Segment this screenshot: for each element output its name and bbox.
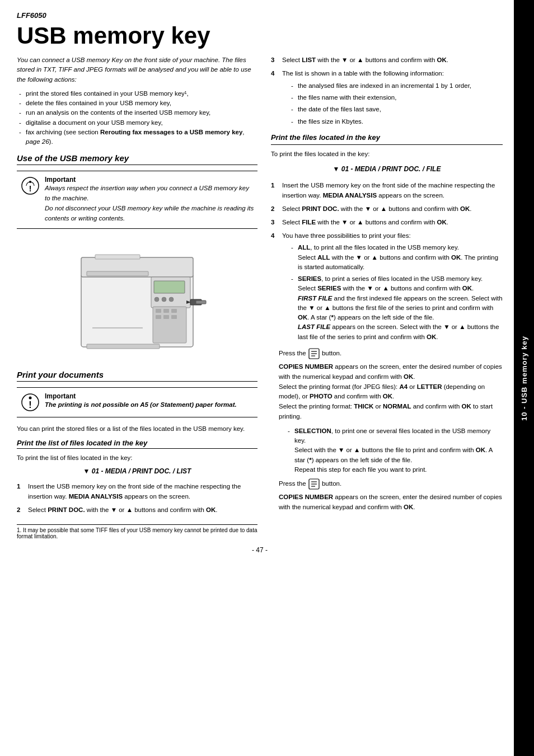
side-tab: 10 - USB memory key xyxy=(514,0,534,756)
print-possibilities: ALL, to print all the files located in t… xyxy=(282,243,503,342)
machine-svg xyxy=(64,241,210,358)
svg-rect-22 xyxy=(163,315,169,319)
important-icon-usb: ! xyxy=(20,176,40,196)
step-1-files: 1 Insert the USB memory key on the front… xyxy=(271,181,503,201)
intro-bullets: print the stored files contained in your… xyxy=(17,89,257,147)
print-docs-intro: You can print the stored files or a list… xyxy=(17,424,257,434)
svg-rect-15 xyxy=(92,327,143,328)
important-label-print: Important xyxy=(45,392,76,400)
intro-text: You can connect a USB memory Key on the … xyxy=(17,55,257,84)
press-btn-icon-1 xyxy=(308,348,320,360)
use-section-heading: Use of the USB memory key xyxy=(17,153,257,165)
list-item-1: the analysed files are indexed in an inc… xyxy=(289,81,503,91)
model-label: LFF6050 xyxy=(17,11,503,20)
important-label-usb: Important xyxy=(45,176,76,184)
svg-point-26 xyxy=(29,396,32,399)
side-tab-label: 10 - USB memory key xyxy=(520,336,528,421)
step-1: 1 Insert the USB memory key on the front… xyxy=(17,482,257,502)
bullet-1: print the stored files contained in your… xyxy=(17,89,257,98)
page-title: USB memory key xyxy=(17,23,503,49)
print-files-intro: To print the files located in the key: xyxy=(271,149,503,159)
step-3-list-num: 3 xyxy=(271,55,279,65)
svg-rect-20 xyxy=(171,309,177,313)
step-3-files: 3 Select FILE with the ▼ or ▲ buttons an… xyxy=(271,218,503,228)
bullet-2: delete the files contained in your USB m… xyxy=(17,98,257,108)
step-3-list: 3 Select LIST with the ▼ or ▲ buttons an… xyxy=(271,55,503,65)
print-list-heading: Print the list of files located in the k… xyxy=(17,439,257,449)
important-icon-print: ! xyxy=(20,392,40,412)
step-4-files-content: You have three possibilities to print yo… xyxy=(282,231,503,344)
important-text-print: The printing is not possible on A5 (or S… xyxy=(45,400,237,410)
svg-rect-19 xyxy=(163,309,169,313)
important-content-usb: Important Always respect the insertion w… xyxy=(45,176,254,223)
svg-text:!: ! xyxy=(29,400,31,410)
svg-point-14 xyxy=(169,297,174,302)
step-1-files-content: Insert the USB memory key on the front s… xyxy=(282,181,503,201)
step-1-content: Insert the USB memory key on the front s… xyxy=(28,482,257,502)
step-1-num: 1 xyxy=(17,482,25,502)
important-text-usb: Always respect the insertion way when yo… xyxy=(45,184,254,223)
print-files-heading: Print the files located in the key xyxy=(271,132,503,145)
step-2-num: 2 xyxy=(17,505,25,515)
print-files-command: ▼ 01 - MEDIA / PRINT DOC. / FILE xyxy=(271,164,503,175)
important-content-print: Important The printing is not possible o… xyxy=(45,392,237,410)
copies-number-1: COPIES NUMBER appears on the screen, ent… xyxy=(279,362,503,422)
step-3-files-content: Select FILE with the ▼ or ▲ buttons and … xyxy=(282,218,503,228)
step-2-files-content: Select PRINT DOC. with the ▼ or ▲ button… xyxy=(282,204,503,214)
important-box-print: ! Important The printing is not possible… xyxy=(17,387,257,417)
possibility-all: ALL, to print all the files located in t… xyxy=(289,243,503,272)
svg-rect-18 xyxy=(156,309,161,313)
step-4-files: 4 You have three possibilities to print … xyxy=(271,231,503,344)
footnote: 1. It may be possible that some TIFF fil… xyxy=(17,524,257,539)
print-list-steps: 1 Insert the USB memory key on the front… xyxy=(17,482,257,515)
print-button-svg-1 xyxy=(308,348,320,360)
step-4-list-num: 4 xyxy=(271,69,279,129)
two-col-layout: You can connect a USB memory Key on the … xyxy=(17,55,503,539)
important-svg-icon: ! xyxy=(21,176,40,195)
step-3-list-content: Select LIST with the ▼ or ▲ buttons and … xyxy=(282,55,503,65)
svg-rect-23 xyxy=(171,315,177,319)
possibility-series: SERIES, to print a series of files locat… xyxy=(289,274,503,342)
right-col-content: 3 Select LIST with the ▼ or ▲ buttons an… xyxy=(271,55,503,512)
print-docs-section: Print your documents ! Important xyxy=(17,370,257,539)
step-4-list: 4 The list is shown in a table with the … xyxy=(271,69,503,129)
list-item-4: the files size in Kbytes. xyxy=(289,117,503,126)
bullet-4: digitalise a document on your USB memory… xyxy=(17,118,257,128)
press-button-1: Press the button. xyxy=(279,348,503,360)
bullet-5: fax archiving (see section Rerouting fax… xyxy=(17,128,257,147)
main-content: LFF6050 USB memory key You can connect a… xyxy=(0,0,514,756)
copies-number-2: COPIES NUMBER appears on the screen, ent… xyxy=(279,492,503,513)
press-button-2: Press the button. xyxy=(279,478,503,490)
right-column: 3 Select LIST with the ▼ or ▲ buttons an… xyxy=(271,55,503,539)
left-column: You can connect a USB memory Key on the … xyxy=(17,55,257,539)
step-2-content: Select PRINT DOC. with the ▼ or ▲ button… xyxy=(28,505,257,515)
svg-rect-10 xyxy=(196,300,206,304)
step-4-files-num: 4 xyxy=(271,231,279,344)
print-list-intro: To print the list of files located in th… xyxy=(17,453,257,463)
possibility-selection-list: SELECTION, to print one or several files… xyxy=(279,426,503,475)
list-items: the analysed files are indexed in an inc… xyxy=(282,81,503,126)
svg-point-13 xyxy=(162,297,166,302)
possibility-selection: SELECTION, to print one or several files… xyxy=(285,426,503,475)
step-2: 2 Select PRINT DOC. with the ▼ or ▲ butt… xyxy=(17,505,257,515)
print-list-command: ▼ 01 - MEDIA / PRINT DOC. / LIST xyxy=(17,467,257,475)
machine-illustration xyxy=(64,238,210,361)
page-wrapper: 10 - USB memory key LFF6050 USB memory k… xyxy=(0,0,534,756)
svg-rect-6 xyxy=(87,271,148,276)
important-svg-print: ! xyxy=(21,393,40,412)
step-2-files-num: 2 xyxy=(271,204,279,214)
print-button-svg-2 xyxy=(308,478,320,490)
step-1-files-num: 1 xyxy=(271,181,279,201)
list-item-2: the files name with their extension, xyxy=(289,93,503,102)
svg-rect-16 xyxy=(95,255,140,259)
bullet-3: run an analysis on the contents of the i… xyxy=(17,108,257,118)
step-4-list-content: The list is shown in a table with the fo… xyxy=(282,69,503,129)
press-btn-icon-2 xyxy=(308,478,320,490)
important-box-usb: ! Important Always respect the insertion… xyxy=(17,171,257,228)
step-3-files-num: 3 xyxy=(271,218,279,228)
step-2-files: 2 Select PRINT DOC. with the ▼ or ▲ butt… xyxy=(271,204,503,214)
svg-rect-7 xyxy=(87,344,160,349)
svg-rect-21 xyxy=(156,315,161,319)
svg-rect-11 xyxy=(154,281,185,293)
page-number: - 47 - xyxy=(17,546,503,554)
